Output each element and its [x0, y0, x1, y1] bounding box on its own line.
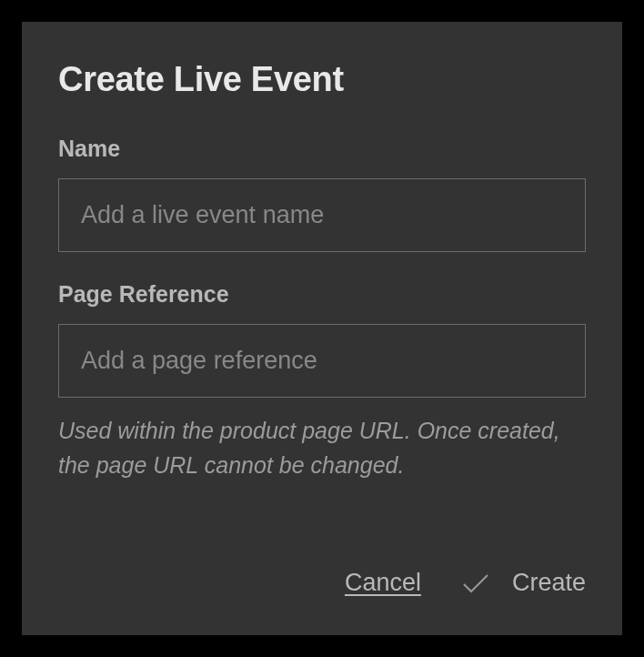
name-label: Name — [58, 136, 586, 162]
create-live-event-dialog: Create Live Event Name Page Reference Us… — [22, 22, 622, 635]
page-reference-field-group: Page Reference Used within the product p… — [58, 281, 586, 482]
page-reference-helper: Used within the product page URL. Once c… — [58, 414, 586, 482]
create-button-label: Create — [512, 569, 586, 597]
dialog-title: Create Live Event — [58, 60, 586, 99]
check-icon — [461, 571, 490, 595]
dialog-actions: Cancel Create — [58, 541, 586, 597]
page-reference-input[interactable] — [58, 324, 586, 398]
cancel-button[interactable]: Cancel — [345, 569, 421, 597]
name-field-group: Name — [58, 136, 586, 252]
page-reference-label: Page Reference — [58, 281, 586, 308]
create-button[interactable]: Create — [461, 569, 586, 597]
name-input[interactable] — [58, 178, 586, 252]
